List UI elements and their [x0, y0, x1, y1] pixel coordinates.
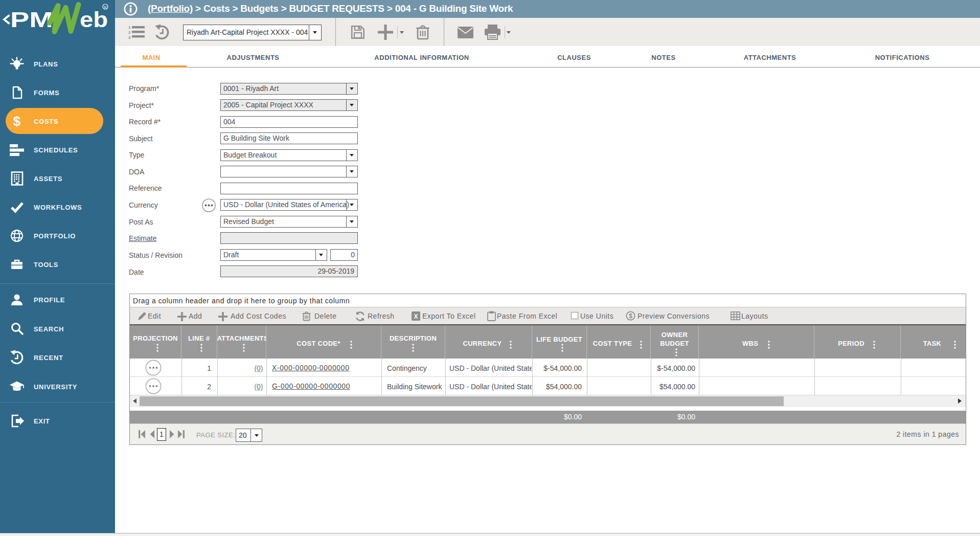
svg-text:$: $	[13, 114, 21, 129]
svg-text:1: 1	[128, 25, 131, 30]
svg-text:PM: PM	[10, 8, 53, 32]
svg-text:X: X	[414, 313, 418, 320]
svg-text:eb: eb	[80, 8, 108, 32]
svg-text:3: 3	[128, 35, 131, 39]
svg-text:$: $	[629, 312, 632, 320]
svg-text:2: 2	[128, 30, 131, 35]
svg-text:R: R	[104, 5, 107, 10]
